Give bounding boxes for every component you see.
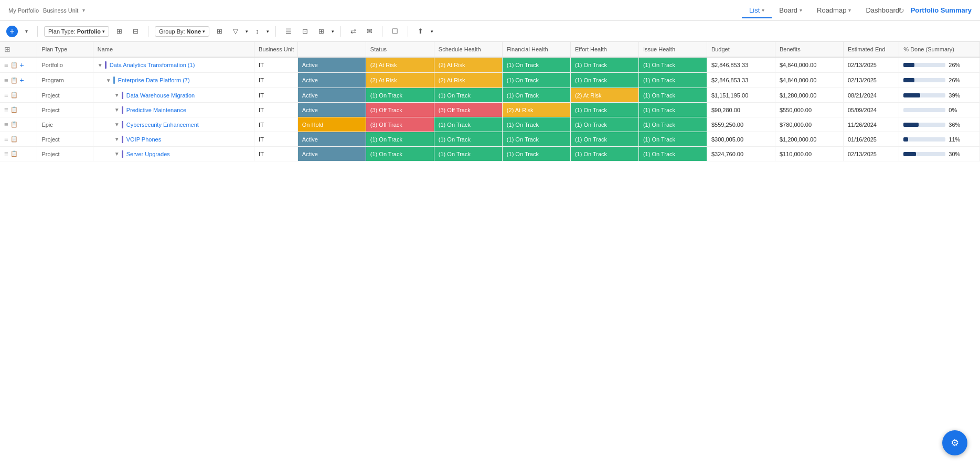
hamburger-icon[interactable]: ≡: [4, 150, 8, 158]
filter-icon[interactable]: ▽: [230, 26, 241, 37]
plan-type-arrow[interactable]: ▾: [102, 29, 105, 34]
export-arrow[interactable]: ▾: [332, 29, 334, 34]
color-indicator: [122, 106, 123, 114]
row-name[interactable]: Cybersecurity Enhancement: [126, 122, 199, 128]
th-status[interactable]: Status: [366, 42, 434, 57]
tab-roadmap[interactable]: Roadmap ▾: [809, 3, 858, 18]
business-unit-label: Business Unit: [43, 7, 78, 14]
th-fin-health[interactable]: Financial Health: [502, 42, 570, 57]
tab-dashboard[interactable]: Dashboard: [858, 3, 907, 18]
budget-value: $2,846,853.33: [711, 62, 748, 68]
th-state[interactable]: [297, 42, 366, 57]
hamburger-icon[interactable]: ≡: [4, 91, 8, 99]
row-name[interactable]: Enterprise Data Platform (7): [118, 77, 190, 83]
grid-icon[interactable]: ⊞: [113, 26, 125, 37]
est-end-cell: 02/13/2025: [843, 147, 899, 161]
app-title: My Portfolio Business Unit ▾: [8, 7, 85, 14]
row-name[interactable]: VOIP Phones: [126, 136, 161, 143]
add-child-icon[interactable]: +: [20, 61, 24, 69]
pct-done-label: 26%: [949, 77, 960, 83]
sched-value: (1) On Track: [439, 92, 471, 99]
hamburger-icon[interactable]: ≡: [4, 61, 8, 69]
email-icon[interactable]: ✉: [364, 26, 376, 37]
group-by-label: Group By:: [159, 28, 185, 35]
group-by-arrow[interactable]: ▾: [203, 29, 205, 34]
expand-toggle[interactable]: ▼: [114, 92, 120, 98]
export-icon[interactable]: ⊞: [315, 26, 327, 37]
note-icon[interactable]: 📋: [10, 150, 18, 157]
row-name[interactable]: Server Upgrades: [126, 151, 170, 157]
filter-arrow[interactable]: ▾: [246, 29, 248, 34]
hamburger-icon[interactable]: ≡: [4, 106, 8, 114]
hamburger-icon[interactable]: ≡: [4, 77, 8, 84]
note-icon[interactable]: 📋: [10, 77, 18, 84]
bu-cell: IT: [254, 103, 298, 117]
note-icon[interactable]: 📋: [10, 62, 18, 69]
expand-toggle[interactable]: ▼: [114, 136, 120, 142]
progress-bar-fill: [903, 123, 919, 127]
state-cell: Active: [297, 73, 366, 88]
comment-icon[interactable]: ☐: [389, 26, 401, 37]
expand-toggle[interactable]: ▼: [114, 107, 120, 113]
hamburger-icon[interactable]: ≡: [4, 121, 8, 128]
fin-health-cell: (2) At Risk: [502, 103, 570, 117]
th-benefits[interactable]: Benefits: [775, 42, 843, 57]
row-actions-cell: ≡ 📋 +: [0, 73, 37, 88]
pct-done-cell: 36%: [899, 117, 980, 132]
table-icon[interactable]: ⊞: [214, 26, 226, 37]
expand-toggle[interactable]: ▼: [114, 151, 120, 157]
budget-value: $2,846,853.33: [711, 77, 748, 83]
note-icon[interactable]: 📋: [10, 92, 18, 99]
plan-type-value: Project: [41, 151, 59, 157]
th-plan-type[interactable]: Plan Type: [37, 42, 93, 57]
sched-health-cell: (3) Off Track: [434, 103, 502, 117]
group-by-value: None: [187, 28, 201, 35]
note-icon[interactable]: 📋: [10, 136, 18, 143]
th-bu[interactable]: Business Unit: [254, 42, 298, 57]
sched-health-cell: (1) On Track: [434, 147, 502, 161]
add-child-icon[interactable]: +: [20, 76, 24, 84]
note-icon[interactable]: 📋: [10, 106, 18, 113]
board-tab-arrow[interactable]: ▾: [800, 7, 802, 13]
plan-type-selector[interactable]: Plan Type: Portfolio ▾: [44, 26, 109, 37]
sort-icon[interactable]: ↕: [252, 26, 262, 37]
group-by-selector[interactable]: Group By: None ▾: [155, 26, 209, 37]
th-est-end[interactable]: Estimated End: [843, 42, 899, 57]
expand-toggle[interactable]: ▼: [106, 78, 111, 83]
list-tab-arrow[interactable]: ▾: [762, 7, 764, 13]
name-cell: ▼ VOIP Phones: [93, 132, 254, 147]
more-arrow[interactable]: ▾: [431, 29, 433, 34]
indent-icon[interactable]: ⊡: [299, 26, 311, 37]
portfolio-summary-link[interactable]: Portfolio Summary: [911, 6, 972, 14]
plan-type-cell: Project: [37, 132, 93, 147]
fin-health-cell: (1) On Track: [502, 73, 570, 88]
expand-toggle[interactable]: ▼: [114, 122, 120, 127]
list-icon[interactable]: ☰: [282, 26, 295, 37]
table-row: ≡ 📋 + Program ▼ Enterprise Data Platform…: [0, 73, 980, 88]
add-button[interactable]: +: [6, 26, 18, 37]
note-icon[interactable]: 📋: [10, 121, 18, 128]
share-icon[interactable]: ⇄: [347, 26, 359, 37]
dropdown-arrow[interactable]: ▾: [22, 27, 31, 36]
th-budget[interactable]: Budget: [707, 42, 775, 57]
th-issue-health[interactable]: Issue Health: [638, 42, 707, 57]
th-name[interactable]: Name: [93, 42, 254, 57]
sort-arrow[interactable]: ▾: [267, 29, 269, 34]
more-icon[interactable]: ⬆: [414, 26, 427, 37]
hamburger-icon[interactable]: ≡: [4, 135, 8, 143]
tab-board[interactable]: Board ▾: [772, 3, 809, 18]
columns-icon[interactable]: ⊟: [130, 26, 142, 37]
row-name[interactable]: Predictive Maintenance: [126, 107, 186, 113]
tab-list[interactable]: List ▾: [742, 3, 772, 18]
expand-toggle[interactable]: ▼: [98, 62, 103, 68]
chevron-down-icon[interactable]: ▾: [82, 7, 85, 13]
sched-value: (1) On Track: [439, 122, 471, 128]
th-effort-health[interactable]: Effort Health: [570, 42, 638, 57]
th-pct-done[interactable]: % Done (Summary): [899, 42, 980, 57]
th-sched-health[interactable]: Schedule Health: [434, 42, 502, 57]
roadmap-tab-arrow[interactable]: ▾: [848, 7, 851, 13]
row-name[interactable]: Data Analytics Transformation (1): [110, 62, 195, 68]
table-body: ≡ 📋 + Portfolio ▼ Data Analytics Transfo…: [0, 57, 980, 161]
sched-health-cell: (1) On Track: [434, 117, 502, 132]
row-name[interactable]: Data Warehouse Migration: [126, 92, 195, 99]
